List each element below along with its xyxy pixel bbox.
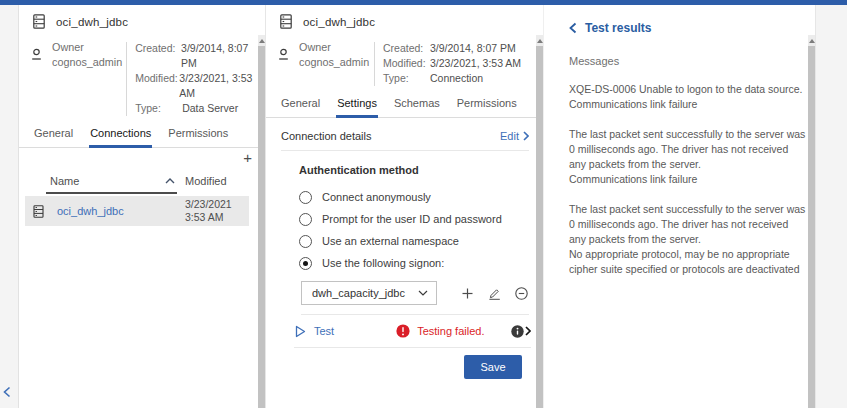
right-panel-scrollbar[interactable] [808, 35, 815, 408]
sort-ascending-icon[interactable] [165, 178, 175, 184]
radio-button-icon[interactable] [299, 235, 312, 248]
panel-title: oci_dwh_jdbc [56, 16, 128, 28]
data-server-tab-bar: General Connections Permissions [19, 127, 265, 148]
edit-signon-button[interactable] [486, 285, 502, 301]
right-rail [815, 5, 847, 408]
tab-general[interactable]: General [280, 97, 321, 118]
plus-icon [462, 288, 473, 299]
data-server-icon [33, 14, 45, 29]
panel-title: oci_dwh_jdbc [303, 16, 375, 28]
type-label: Type: [383, 71, 430, 86]
modified-label: Modified: [383, 56, 430, 71]
created-label: Created: [383, 41, 430, 56]
test-status-text: Testing failed. [417, 325, 484, 337]
type-value: Connection [430, 71, 483, 86]
error-message: XQE-DS-0006 Unable to logon to the data … [569, 82, 807, 112]
owner-value: cognos_admin [299, 55, 370, 70]
test-results-title: Test results [585, 21, 651, 35]
modified-label: Modified: [135, 71, 179, 101]
owner-person-icon [277, 48, 290, 61]
authentication-method-title: Authentication method [299, 164, 543, 176]
remove-signon-button[interactable] [513, 285, 529, 301]
radio-use-signon[interactable]: Use the following signon: [299, 252, 543, 274]
error-message: The last packet sent successfully to the… [569, 127, 807, 187]
minus-circle-icon [515, 287, 528, 300]
pencil-icon [488, 287, 501, 300]
created-label: Created: [135, 41, 181, 71]
error-messages: XQE-DS-0006 Unable to logon to the data … [569, 82, 807, 277]
authentication-options: Connect anonymously Prompt for the user … [299, 186, 543, 274]
connections-table-header: Name Modified [25, 173, 249, 194]
edit-connection-link[interactable]: Edit [500, 130, 529, 142]
scroll-up-icon[interactable] [258, 35, 265, 46]
modified-value: 3/23/2021, 3:53 AM [179, 71, 265, 101]
owner-label: Owner [299, 40, 370, 55]
error-icon [396, 324, 410, 338]
error-message: The last packet sent successfully to the… [569, 202, 807, 277]
tab-settings[interactable]: Settings [336, 97, 378, 118]
save-button[interactable]: Save [464, 355, 522, 379]
connection-name-link[interactable]: oci_dwh_jdbc [57, 205, 124, 217]
connection-details-title: Connection details [281, 130, 372, 142]
tab-schemas[interactable]: Schemas [393, 97, 441, 118]
radio-button-icon[interactable] [299, 191, 312, 204]
connection-db-icon [280, 14, 292, 29]
test-details-button[interactable] [511, 325, 531, 338]
chevron-right-icon [523, 131, 529, 141]
owner-person-icon [30, 48, 43, 61]
signon-dropdown-value: dwh_capacity_jdbc [312, 287, 418, 299]
test-results-panel: Test results Messages XQE-DS-0006 Unable… [543, 5, 815, 408]
created-value: 3/9/2014, 8:07 PM [430, 41, 516, 56]
test-connection-button[interactable]: Test [294, 325, 334, 338]
radio-button-icon[interactable] [299, 213, 312, 226]
chevron-right-icon [525, 326, 531, 336]
tab-permissions[interactable]: Permissions [167, 127, 229, 148]
type-value: Data Server [182, 101, 238, 116]
play-icon [294, 325, 306, 338]
radio-button-selected-icon[interactable] [299, 257, 312, 270]
chevron-down-icon [418, 290, 428, 296]
middle-panel-scrollbar[interactable] [536, 35, 543, 408]
modified-value: 3/23/2021, 3:53 AM [430, 56, 521, 71]
scroll-up-icon[interactable] [808, 35, 815, 46]
add-signon-button[interactable] [459, 285, 475, 301]
tab-connections[interactable]: Connections [89, 127, 152, 148]
tab-permissions[interactable]: Permissions [456, 97, 518, 118]
type-label: Type: [135, 101, 182, 116]
connection-db-icon [33, 205, 44, 218]
owner-label: Owner [52, 40, 122, 55]
data-server-panel: oci_dwh_jdbc Owner cognos_admin Created:… [19, 5, 265, 408]
radio-external-namespace[interactable]: Use an external namespace [299, 230, 543, 252]
owner-value: cognos_admin [52, 55, 122, 70]
tab-general[interactable]: General [33, 127, 74, 148]
collapse-panel-chevron-icon[interactable] [3, 386, 15, 400]
test-status: Testing failed. [396, 324, 484, 338]
left-collapse-rail [0, 5, 19, 408]
left-panel-scrollbar[interactable] [258, 35, 265, 408]
add-connection-button[interactable]: + [243, 150, 252, 166]
info-icon [511, 325, 524, 338]
column-header-modified[interactable]: Modified [185, 175, 249, 187]
signon-dropdown[interactable]: dwh_capacity_jdbc [301, 281, 437, 305]
connection-panel: oci_dwh_jdbc Owner cognos_admin Created:… [265, 5, 543, 408]
connection-modified-value: 3/23/2021 3:53 AM [185, 198, 249, 224]
connection-row[interactable]: oci_dwh_jdbc 3/23/2021 3:53 AM [25, 196, 249, 226]
radio-prompt-user-id[interactable]: Prompt for the user ID and password [299, 208, 543, 230]
created-value: 3/9/2014, 8:07 PM [181, 41, 265, 71]
scroll-up-icon[interactable] [536, 35, 543, 46]
test-results-back-link[interactable]: Test results [544, 5, 815, 35]
chevron-left-icon [569, 22, 577, 34]
connection-tab-bar: General Settings Schemas Permissions [266, 97, 543, 118]
column-header-name[interactable]: Name [50, 175, 79, 187]
radio-connect-anonymously[interactable]: Connect anonymously [299, 186, 543, 208]
messages-label: Messages [569, 55, 815, 67]
